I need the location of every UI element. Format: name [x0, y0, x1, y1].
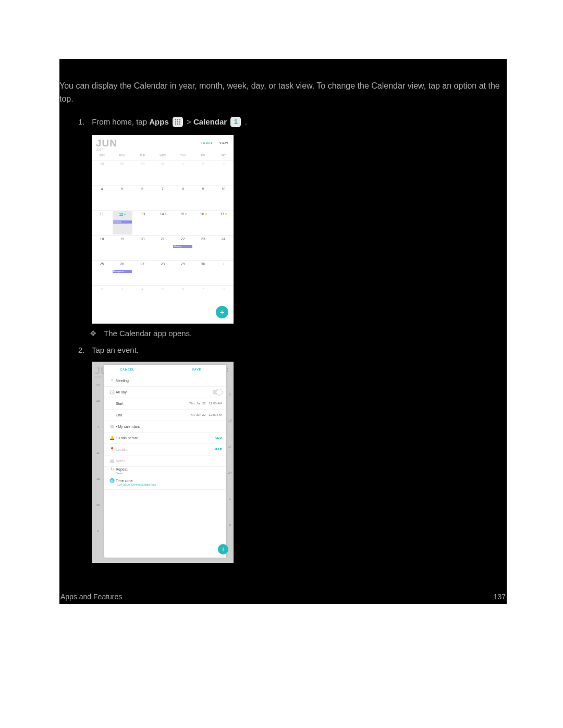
weekday-header: SAT — [213, 154, 234, 160]
month-label: JUN — [96, 138, 117, 149]
calendar-day[interactable]: 2 — [193, 161, 213, 185]
calendar-day[interactable]: 7 — [153, 186, 173, 210]
all-day-row[interactable]: 🕓 All day — [104, 387, 226, 398]
calendar-day[interactable]: 28 — [153, 261, 173, 285]
pin-icon: 📍 — [108, 447, 116, 452]
calendar-day[interactable]: 20 — [132, 236, 153, 260]
calendar-day[interactable]: 1 — [173, 161, 193, 185]
calendar-icon: 1 — [230, 117, 241, 127]
calendar-day[interactable]: 17 — [213, 211, 234, 235]
apps-grid-icon — [173, 117, 183, 127]
timezone-row[interactable]: 🌐 Time zone (GMT-05:00) Central Daylight… — [104, 478, 226, 490]
step-1: 1. From home, tap Apps > Calendar 1 . — [59, 106, 507, 135]
calendar-select-icon: ▦ — [108, 424, 116, 429]
start-date: Thu, Jun 22 — [189, 402, 206, 405]
calendar-day[interactable]: 31 — [153, 161, 173, 185]
calendar-day[interactable]: 14 — [153, 211, 174, 235]
weekday-header: WED — [153, 154, 173, 160]
calendar-day[interactable]: 5 — [153, 286, 173, 310]
calendar-day[interactable]: 2 — [92, 286, 112, 310]
weekday-header: SUN — [92, 154, 112, 160]
calendar-day[interactable]: 13 — [133, 211, 153, 235]
timezone-value: (GMT-05:00) Central Daylight Time — [116, 483, 222, 488]
calendar-day[interactable]: 30 — [132, 161, 153, 185]
all-day-toggle[interactable] — [213, 390, 222, 394]
panel-fab[interactable]: + — [218, 544, 228, 554]
calendar-day[interactable]: 8 — [173, 186, 193, 210]
reminder-add-button[interactable]: ADD — [215, 436, 222, 439]
calendar-day[interactable]: 9 — [193, 186, 213, 210]
reminder-label: 10 min before — [116, 436, 215, 440]
calendar-day[interactable]: 12Meeting — [113, 211, 133, 235]
step-1-pre: From home, tap — [92, 117, 149, 126]
calendar-day[interactable]: 22Meeting — [173, 236, 193, 260]
repeat-label: Repeat — [116, 467, 222, 471]
step-1-result: ❖The Calendar app opens. — [59, 324, 507, 340]
calendar-day[interactable]: 6 — [132, 186, 153, 210]
calendar-day[interactable]: 21 — [153, 236, 173, 260]
end-date: Thu, Jun 22 — [189, 413, 206, 416]
calendar-day[interactable]: 26Manageme... — [112, 261, 132, 285]
calendar-day[interactable]: 3 — [112, 286, 132, 310]
event-edit-screenshot: JU 2017 EW ⋮ SU2841118252 310172418 CANC… — [92, 362, 234, 563]
start-label: Start — [116, 402, 189, 405]
timezone-label: Time zone — [116, 479, 222, 483]
calendar-event-chip[interactable]: Meeting — [113, 220, 132, 224]
clock-icon: 🕓 — [108, 390, 116, 394]
today-button[interactable]: TODAY — [201, 141, 213, 144]
step-1-number: 1. — [78, 117, 90, 126]
calendar-day[interactable]: 29 — [173, 261, 193, 285]
step-1-result-text: The Calendar app opens. — [104, 329, 192, 338]
repeat-row[interactable]: ↻ Repeat Never — [104, 467, 226, 478]
calendar-day[interactable]: 18 — [92, 236, 112, 260]
calendar-day[interactable]: 19 — [112, 236, 132, 260]
calendar-select-label: • My calendars — [116, 425, 222, 428]
reminder-row[interactable]: 🔔 10 min before ADD — [104, 433, 226, 444]
calendar-day[interactable]: 30 — [193, 261, 213, 285]
calendar-day[interactable]: 15 — [173, 211, 193, 235]
calendar-month-screenshot: JUN 2017 TODAY VIEW SUNMONTUEWEDTHUFRISA… — [92, 135, 234, 324]
weekday-header: TUE — [132, 154, 153, 160]
end-row[interactable]: End Thu, Jun 22 12:00 PM — [104, 410, 226, 421]
notes-icon: ▤ — [108, 459, 116, 463]
calendar-day[interactable]: 4 — [132, 286, 153, 310]
start-row[interactable]: Start Thu, Jun 22 11:00 AM — [104, 398, 226, 410]
calendar-day[interactable]: 10 — [213, 186, 234, 210]
calendar-day[interactable]: 25 — [92, 261, 112, 285]
calendar-event-chip[interactable]: Meeting — [173, 245, 192, 248]
calendar-select-row[interactable]: ▦ • My calendars — [104, 421, 226, 433]
calendar-day[interactable]: 7 — [193, 286, 213, 310]
view-button[interactable]: VIEW — [219, 141, 228, 144]
notes-label: Notes — [116, 459, 222, 463]
calendar-day[interactable]: 11 — [92, 211, 112, 235]
bell-icon: 🔔 — [108, 436, 116, 440]
all-day-label: All day — [116, 390, 213, 394]
step-2-text: Tap an event. — [92, 346, 139, 354]
location-row[interactable]: 📍 Location MAP — [104, 444, 226, 455]
step-1-end: . — [245, 117, 247, 126]
calendar-word: Calendar — [193, 117, 227, 126]
calendar-day[interactable]: 3 — [213, 161, 234, 185]
event-title: Meeting — [116, 379, 222, 382]
cancel-button[interactable]: CANCEL — [120, 368, 134, 371]
save-button[interactable]: SAVE — [192, 368, 201, 371]
calendar-day[interactable]: 6 — [173, 286, 193, 310]
location-label: Location — [116, 448, 214, 451]
calendar-day[interactable]: 16 — [193, 211, 214, 235]
notes-row[interactable]: ▤ Notes — [104, 455, 226, 467]
calendar-day[interactable]: 24 — [213, 236, 234, 260]
calendar-day[interactable]: 1 — [213, 261, 234, 285]
calendar-day[interactable]: 5 — [112, 186, 132, 210]
calendar-day[interactable]: 23 — [193, 236, 213, 260]
calendar-day[interactable]: 4 — [92, 186, 112, 210]
repeat-icon: ↻ — [108, 467, 116, 472]
calendar-day[interactable]: 28 — [92, 161, 112, 185]
calendar-event-chip[interactable]: Manageme... — [113, 270, 132, 273]
event-edit-panel: CANCEL SAVE T Meeting 🕓 All day Start Th… — [104, 365, 226, 558]
diamond-bullet-icon: ❖ — [90, 329, 96, 338]
event-title-row[interactable]: T Meeting — [104, 375, 226, 387]
location-map-button[interactable]: MAP — [214, 448, 222, 451]
calendar-day[interactable]: 29 — [112, 161, 132, 185]
calendar-day[interactable]: 27 — [132, 261, 153, 285]
add-event-fab[interactable]: + — [216, 306, 228, 318]
